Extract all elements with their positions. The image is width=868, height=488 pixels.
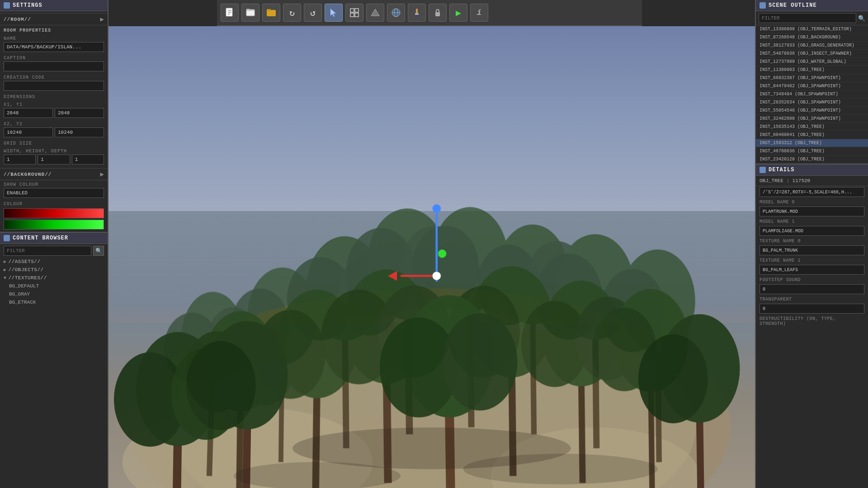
outline-item[interactable]: INST_23420128 (OBJ_TREE) [756, 155, 868, 164]
objects-tree-item[interactable]: ▶ //OBJECTS// [0, 266, 108, 274]
background-section-row[interactable]: //BACKGROUND// ▶ [0, 168, 108, 180]
outline-list: INST_13386898 (OBJ_TERRAIN_EDITOR)INST_8… [756, 25, 868, 164]
destructibility-label: DESTRUCTIBILITY (ON, TYPE, STRENGTH) [756, 314, 868, 327]
outline-item[interactable]: INST_28352634 (OBJ_SPAWNPOINT) [756, 99, 868, 107]
name-input[interactable] [4, 42, 104, 52]
creation-code-label: CREATION CODE [0, 73, 108, 81]
outline-item[interactable]: INST_13386898 (OBJ_TERRAIN_EDITOR) [756, 25, 868, 33]
terrain-button[interactable] [366, 4, 384, 22]
center-area: ↻ ↺ [108, 0, 755, 488]
content-browser-filter-input[interactable] [4, 246, 91, 256]
room-section-row[interactable]: //ROOM// ▶ [0, 13, 108, 25]
outline-item[interactable]: INST_1593312 (OBJ_TREE) [756, 139, 868, 147]
caption-input[interactable] [4, 61, 104, 71]
outline-item[interactable]: INST_87260540 (OBJ_BACKGROUND) [756, 33, 868, 42]
bg-etrack-item[interactable]: BG_ETRACK [0, 298, 108, 306]
svg-rect-6 [246, 10, 255, 16]
outline-filter-search-button[interactable]: 🔍 [858, 15, 865, 22]
paint-button[interactable] [408, 4, 426, 22]
details-header: DETAILS [756, 164, 868, 176]
grid-button[interactable] [345, 4, 363, 22]
bg-default-item[interactable]: BG_DEFAULT [0, 282, 108, 290]
content-browser-search-button[interactable]: 🔍 [93, 246, 104, 256]
outline-item[interactable]: INST_46708036 (OBJ_TREE) [756, 147, 868, 155]
folder-button[interactable] [262, 4, 280, 22]
content-browser-title: CONTENT BROWSER [13, 235, 68, 241]
outline-item[interactable]: INST_66832387 (OBJ_SPAWNPOINT) [756, 74, 868, 82]
svg-rect-11 [355, 9, 359, 12]
svg-rect-10 [350, 9, 354, 12]
x1y1-label: X1, Y1 [0, 100, 108, 108]
show-colour-input[interactable] [4, 188, 104, 198]
x1y1-row [0, 108, 108, 120]
whd-row [0, 155, 108, 166]
info-button[interactable]: i [470, 4, 488, 22]
settings-panel-header: SETTINGS [0, 0, 108, 11]
y2-input[interactable] [55, 127, 104, 137]
height-input[interactable] [38, 155, 70, 164]
outline-item[interactable]: INST_60488041 (OBJ_TREE) [756, 131, 868, 139]
outline-item[interactable]: INST_12737909 (OBJ_WATER_GLOBAL) [756, 58, 868, 66]
texture-name-1-label: TEXTURE NAME 1 [756, 256, 868, 264]
footstep-sound-label: FOOTSTEP SOUND [756, 276, 868, 283]
left-panel: SETTINGS //ROOM// ▶ ROOM PROPERTIES NAME… [0, 0, 108, 488]
select-button[interactable] [325, 4, 343, 22]
assets-tree-item[interactable]: ▶ //ASSETS// [0, 258, 108, 266]
transparent-label: TRANSPARENT [756, 295, 868, 303]
redo-button[interactable]: ↺ [304, 4, 322, 22]
play-button[interactable]: ▶ [449, 4, 467, 22]
svg-point-91 [433, 204, 441, 212]
transparent-input[interactable] [760, 304, 864, 314]
model-name-1-input[interactable] [760, 226, 864, 236]
outline-item[interactable]: INST_32462608 (OBJ_SPAWNPOINT) [756, 115, 868, 123]
outline-item[interactable]: INST_38127933 (OBJ_GRASS_GENERATOR) [756, 42, 868, 50]
outline-item[interactable]: INST_84479482 (OBJ_SPAWNPOINT) [756, 82, 868, 90]
texture-name-0-input[interactable] [760, 245, 864, 255]
scene-svg [108, 26, 755, 488]
model-name-0-input[interactable] [760, 206, 864, 216]
scene-view [108, 26, 755, 488]
outline-filter-input[interactable] [759, 13, 856, 23]
y1-input[interactable] [55, 108, 104, 118]
dimensions-label: DIMENSIONS [0, 93, 108, 100]
new-button[interactable] [221, 4, 239, 22]
depth-input[interactable] [72, 155, 104, 164]
details-code-input[interactable] [760, 187, 864, 197]
svg-marker-9 [330, 9, 336, 17]
footstep-sound-input[interactable] [760, 284, 864, 294]
textures-tree-item[interactable]: ▼ //TEXTURES// [0, 274, 108, 282]
outline-item[interactable]: INST_55054546 (OBJ_SPAWNPOINT) [756, 107, 868, 115]
width-input[interactable] [4, 155, 36, 164]
outline-item[interactable]: INST_15635143 (OBJ_TREE) [756, 123, 868, 131]
background-arrow: ▶ [100, 170, 104, 178]
outline-item[interactable]: INST_7349494 (OBJ_SPAWNPOINT) [756, 90, 868, 99]
textures-arrow-icon: ▼ [4, 276, 7, 281]
viewport[interactable] [108, 26, 755, 488]
content-browser-filter-row: 🔍 [0, 244, 108, 258]
lock-button[interactable] [429, 4, 447, 22]
outline-item[interactable]: INST_54878936 (OBJ_INSECT_SPAWNER) [756, 50, 868, 58]
world-button[interactable] [387, 4, 405, 22]
undo-button[interactable]: ↻ [283, 4, 301, 22]
creation-code-input[interactable] [4, 81, 104, 91]
red-colour-bar[interactable] [4, 208, 104, 218]
texture-name-1-input[interactable] [760, 265, 864, 275]
details-icon [760, 167, 766, 173]
scene-outline-header: SCENE OUTLINE [756, 0, 868, 11]
objects-arrow-icon: ▶ [4, 267, 7, 272]
model-name-0-label: MODEL NAME 0 [756, 198, 868, 206]
name-label: NAME [0, 34, 108, 42]
svg-point-98 [463, 454, 658, 484]
assets-arrow-icon: ▶ [4, 259, 7, 264]
content-browser-icon [4, 235, 10, 241]
svg-rect-13 [355, 13, 359, 17]
model-name-1-label: MODEL NAME 1 [756, 217, 868, 225]
x1-input[interactable] [4, 108, 53, 118]
bg-gray-item[interactable]: BG_GRAY [0, 290, 108, 298]
green-colour-bar[interactable] [4, 220, 104, 230]
outline-item[interactable]: INST_11306003 (OBJ_TREE) [756, 66, 868, 74]
svg-point-82 [186, 341, 256, 430]
svg-point-95 [438, 249, 446, 258]
open-button[interactable] [241, 4, 259, 22]
x2-input[interactable] [4, 127, 53, 137]
